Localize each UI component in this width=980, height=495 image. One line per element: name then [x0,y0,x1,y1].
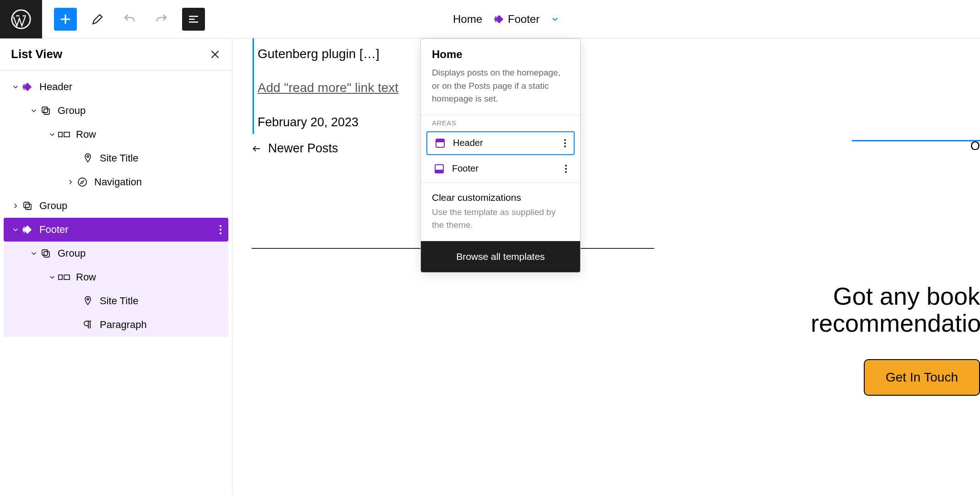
get-in-touch-button[interactable]: Get In Touch [864,359,980,396]
area-label: Footer [452,163,479,174]
edit-tool-button[interactable] [86,8,109,31]
browse-templates-button[interactable]: Browse all templates [421,241,580,272]
item-options-button[interactable] [219,225,222,235]
tree-item-site-title[interactable]: Site Title [4,289,228,313]
svg-point-13 [220,229,221,231]
add-block-button[interactable] [54,8,77,31]
svg-point-24 [564,145,566,147]
tree-item-paragraph[interactable]: Paragraph [4,313,228,337]
tree-item-header[interactable]: Header [4,75,228,99]
chevron-down-icon[interactable] [28,249,39,258]
read-more-link[interactable]: Add "read more" link text [258,81,422,95]
group-icon [39,105,52,116]
tree-item-group[interactable]: Group [4,242,228,265]
popover-description: Displays posts on the homepage, or on th… [432,66,569,106]
pin-icon [81,296,94,307]
paragraph-icon [81,319,94,330]
breadcrumb-template[interactable]: Footer [490,11,543,27]
tree-item-label: Row [76,271,96,283]
newer-posts-label: Newer Posts [268,141,338,156]
chevron-right-icon[interactable] [65,178,76,186]
chevron-down-icon[interactable] [47,273,58,281]
more-vertical-icon [565,164,567,173]
close-sidebar-button[interactable] [209,48,221,60]
svg-point-7 [87,156,89,157]
redo-button[interactable] [150,8,173,31]
wordpress-icon [11,9,31,29]
clear-customizations[interactable]: Clear customizations Use the template as… [421,183,580,241]
cta-heading-line2[interactable]: recommendation [811,310,980,337]
more-vertical-icon [219,225,222,235]
area-label: Header [453,138,483,148]
tree-item-site-title[interactable]: Site Title [4,146,228,170]
more-vertical-icon [564,139,566,148]
svg-rect-9 [24,202,29,208]
tree-item-row[interactable]: Row [4,123,228,146]
close-icon [209,48,221,60]
footer-layout-icon [434,163,445,174]
cta-heading-line1[interactable]: Got any book [811,283,980,310]
areas-label: AREAS [421,115,580,129]
area-options-button[interactable] [565,164,567,173]
chevron-down-icon[interactable] [10,226,21,234]
list-view-sidebar: List View Header Group Row Site Title [0,38,232,495]
svg-rect-21 [436,139,444,142]
svg-point-12 [220,225,221,227]
svg-rect-3 [42,107,48,113]
template-popover: Home Displays posts on the homepage, or … [420,38,581,273]
tree-item-label: Site Title [100,295,138,307]
svg-point-19 [87,298,89,300]
svg-rect-26 [435,170,443,173]
svg-rect-16 [44,252,49,257]
svg-rect-4 [44,109,49,114]
post-block[interactable]: Gutenberg plugin […] Add "read more" lin… [253,38,422,134]
chevron-right-icon[interactable] [10,202,21,210]
cta-block[interactable]: Ol Got any book recommendation Get In To… [811,246,980,396]
tree-item-group[interactable]: Group [4,194,228,218]
group-icon [21,200,34,211]
chevron-down-icon[interactable] [550,15,560,24]
breadcrumb: Home Footer [453,11,560,27]
area-item-footer[interactable]: Footer [426,158,575,180]
tree-item-label: Paragraph [100,319,147,331]
chevron-down-icon[interactable] [10,83,21,91]
selection-outline [852,140,980,141]
tree-item-group[interactable]: Group [4,99,228,123]
newer-posts-link[interactable]: Newer Posts [252,141,980,156]
tree-item-label: Site Title [100,152,138,164]
svg-rect-15 [42,250,48,255]
svg-point-22 [564,139,566,141]
tree-item-label: Row [76,129,96,140]
pencil-icon [91,12,104,26]
chevron-down-icon[interactable] [47,130,58,139]
wordpress-logo[interactable] [0,0,42,38]
tree-item-navigation[interactable]: Navigation [4,170,228,194]
undo-button[interactable] [118,8,141,31]
tree-item-label: Footer [39,224,69,236]
tree-item-label: Header [39,81,72,93]
template-part-icon [21,81,34,93]
svg-point-27 [565,165,567,167]
list-view-button[interactable] [182,8,205,31]
breadcrumb-home[interactable]: Home [453,13,482,26]
redo-icon [155,12,168,26]
svg-point-29 [565,171,567,173]
tree-item-label: Group [58,248,86,259]
pin-icon [81,153,94,164]
editor-toolbar: Home Footer [0,0,980,38]
compass-icon [76,177,89,188]
template-part-icon [21,224,34,236]
tree-item-footer[interactable]: Footer [4,218,228,242]
chevron-down-icon[interactable] [28,107,39,115]
sidebar-header: List View [0,38,232,70]
post-title[interactable]: Gutenberg plugin […] [258,38,422,61]
arrow-left-icon [252,144,262,154]
area-options-button[interactable] [564,139,566,148]
template-part-icon [493,13,505,25]
block-tree: Header Group Row Site Title Navigation G… [0,70,232,341]
tree-item-row[interactable]: Row [4,265,228,289]
group-icon [39,248,52,259]
area-item-header[interactable]: Header [426,131,575,155]
editor-canvas[interactable]: Gutenberg plugin […] Add "read more" lin… [232,38,980,495]
post-date[interactable]: February 20, 2023 [258,115,422,134]
